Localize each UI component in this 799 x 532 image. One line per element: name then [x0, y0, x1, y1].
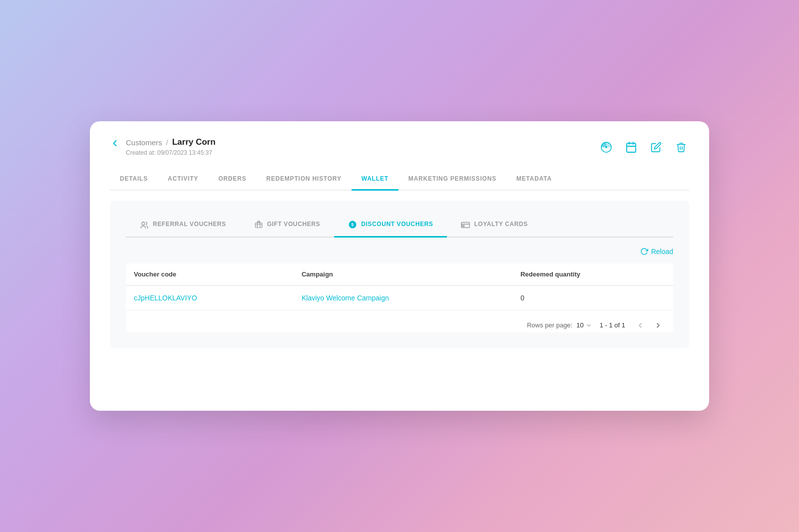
wallet-tab-loyalty-label: LOYALTY CARDS	[474, 221, 528, 228]
page-nav	[633, 318, 665, 332]
reload-button[interactable]: Reload	[640, 248, 673, 256]
svg-point-0	[605, 146, 607, 148]
breadcrumb: Customers / Larry Corn	[126, 137, 216, 147]
rows-per-page-label: Rows per page:	[527, 321, 572, 329]
chart-icon[interactable]	[598, 139, 614, 155]
header-left: Customers / Larry Corn Created at: 09/07…	[110, 137, 216, 156]
reload-icon	[640, 248, 648, 256]
breadcrumb-section: Customers / Larry Corn Created at: 09/07…	[126, 137, 216, 156]
wallet-container: REFERRAL VOUCHERS GIFT VOUCHERS	[110, 201, 689, 348]
referral-icon	[140, 220, 149, 229]
reload-section: Reload	[126, 248, 673, 256]
rows-per-page: Rows per page: 10	[527, 321, 592, 329]
table-wrapper: Voucher code Campaign Redeemed quantity …	[126, 264, 673, 332]
edit-icon[interactable]	[648, 139, 664, 155]
svg-text:$: $	[352, 223, 354, 227]
wallet-tab-referral-label: REFERRAL VOUCHERS	[153, 221, 226, 228]
table-row: cJpHELLOKLAVIYO Klaviyo Welcome Campaign…	[126, 285, 673, 310]
redeemed-quantity-cell: 0	[512, 285, 673, 310]
discount-icon: $	[348, 220, 357, 229]
tab-wallet[interactable]: WALLET	[352, 170, 399, 191]
wallet-tab-discount-label: DISCOUNT VOUCHERS	[361, 221, 433, 228]
wallet-tab-discount-vouchers[interactable]: $ DISCOUNT VOUCHERS	[334, 215, 447, 238]
svg-point-5	[142, 222, 145, 225]
tab-activity[interactable]: ACTIVITY	[158, 170, 208, 191]
table-body: cJpHELLOKLAVIYO Klaviyo Welcome Campaign…	[126, 285, 673, 310]
tab-orders[interactable]: ORDERS	[208, 170, 256, 191]
tab-marketing-permissions[interactable]: MARKETING PERMISSIONS	[399, 170, 506, 191]
chevron-left-icon	[636, 321, 644, 329]
tab-details[interactable]: DETAILS	[110, 170, 158, 191]
page-info: 1 - 1 of 1	[600, 321, 625, 329]
svg-rect-6	[255, 223, 262, 228]
pagination: Rows per page: 10 1 - 1 of 1	[126, 310, 673, 332]
back-button[interactable]	[110, 138, 120, 148]
tab-redemption-history[interactable]: REDEMPTION HISTORY	[256, 170, 351, 191]
chevron-down-icon	[586, 322, 592, 328]
created-at-label: Created at: 09/07/2023 13:45:37	[126, 149, 216, 156]
voucher-code-cell[interactable]: cJpHELLOKLAVIYO	[126, 285, 294, 310]
header: Customers / Larry Corn Created at: 09/07…	[110, 137, 689, 156]
campaign-cell[interactable]: Klaviyo Welcome Campaign	[294, 285, 512, 310]
main-tabs: DETAILS ACTIVITY ORDERS REDEMPTION HISTO…	[110, 170, 689, 191]
breadcrumb-parent[interactable]: Customers	[126, 138, 162, 147]
delete-icon[interactable]	[673, 139, 689, 155]
breadcrumb-current: Larry Corn	[172, 137, 216, 147]
wallet-tab-gift-vouchers[interactable]: GIFT VOUCHERS	[240, 215, 334, 237]
col-redeemed-quantity: Redeemed quantity	[512, 264, 673, 285]
header-actions	[598, 139, 689, 155]
col-voucher-code: Voucher code	[126, 264, 294, 285]
wallet-tab-loyalty-cards[interactable]: LOYALTY CARDS	[447, 215, 542, 237]
svg-rect-1	[627, 143, 636, 152]
rows-per-page-select[interactable]: 10	[576, 321, 591, 329]
svg-rect-12	[462, 226, 465, 227]
loyalty-icon	[461, 220, 470, 229]
rows-per-page-value: 10	[576, 321, 583, 329]
prev-page-button[interactable]	[633, 318, 647, 332]
wallet-tabs: REFERRAL VOUCHERS GIFT VOUCHERS	[126, 215, 673, 238]
reload-label: Reload	[651, 248, 673, 256]
breadcrumb-separator: /	[166, 138, 168, 147]
wallet-tab-referral-vouchers[interactable]: REFERRAL VOUCHERS	[126, 215, 240, 237]
table-header: Voucher code Campaign Redeemed quantity	[126, 264, 673, 285]
main-card: Customers / Larry Corn Created at: 09/07…	[90, 121, 709, 411]
gift-icon	[254, 220, 263, 229]
next-page-button[interactable]	[651, 318, 665, 332]
vouchers-table: Voucher code Campaign Redeemed quantity …	[126, 264, 673, 310]
wallet-tab-gift-label: GIFT VOUCHERS	[267, 221, 320, 228]
tab-metadata[interactable]: METADATA	[506, 170, 562, 191]
calendar-icon[interactable]	[623, 139, 639, 155]
chevron-right-icon	[654, 321, 662, 329]
col-campaign: Campaign	[294, 264, 512, 285]
